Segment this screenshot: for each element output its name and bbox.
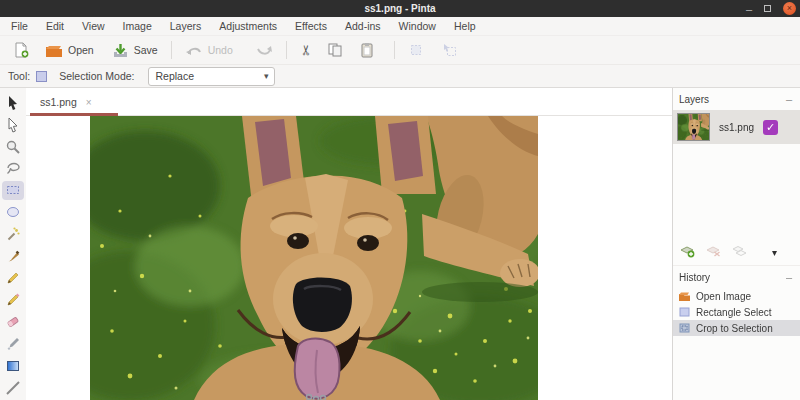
toolbar-separator bbox=[171, 41, 172, 59]
deselect-icon bbox=[442, 42, 458, 58]
add-layer-icon bbox=[680, 244, 695, 258]
redo-button[interactable] bbox=[250, 41, 278, 60]
delete-layer-button[interactable] bbox=[706, 244, 721, 262]
tool-color-picker[interactable] bbox=[2, 334, 24, 353]
selection-mode-dropdown[interactable]: Replace ▾ bbox=[148, 67, 275, 86]
layers-list-empty-space bbox=[673, 144, 800, 240]
layer-menu-button[interactable]: ▾ bbox=[772, 247, 777, 258]
magic-wand-icon bbox=[5, 226, 21, 242]
tool-recolor[interactable] bbox=[2, 312, 24, 331]
pencil-icon bbox=[5, 270, 21, 286]
tool-zoom[interactable] bbox=[2, 137, 24, 156]
active-tool-icon bbox=[36, 71, 47, 82]
layer-visibility-checkbox[interactable]: ✓ bbox=[763, 120, 778, 135]
tool-move-selection[interactable] bbox=[2, 115, 24, 134]
crop-to-selection-button[interactable] bbox=[403, 39, 429, 61]
layer-thumbnail-image bbox=[678, 114, 709, 140]
ellipse-select-icon bbox=[5, 204, 21, 220]
title-bar: ss1.png - Pinta – × bbox=[0, 0, 800, 17]
layers-panel-title: Layers bbox=[679, 94, 709, 105]
toolbar-separator bbox=[286, 41, 287, 59]
open-image-icon bbox=[679, 291, 690, 302]
duplicate-layer-button[interactable] bbox=[732, 244, 747, 262]
save-button[interactable]: Save bbox=[107, 40, 163, 61]
canvas-image[interactable] bbox=[90, 116, 538, 400]
document-tab-label: ss1.png bbox=[40, 96, 77, 108]
menu-bar: File Edit View Image Layers Adjustments … bbox=[0, 17, 800, 36]
menu-effects[interactable]: Effects bbox=[286, 17, 336, 35]
history-collapse-icon[interactable]: – bbox=[786, 271, 792, 283]
open-folder-icon bbox=[45, 43, 63, 58]
eraser-pencil-icon bbox=[5, 292, 21, 308]
new-image-icon bbox=[13, 42, 29, 58]
right-panel: Layers – ss1.png ✓ ▾ History – Open Imag… bbox=[672, 88, 800, 400]
menu-image[interactable]: Image bbox=[114, 17, 161, 35]
history-item-open-image[interactable]: Open Image bbox=[673, 288, 800, 304]
undo-button[interactable]: Undo bbox=[180, 41, 238, 60]
tool-paintbrush[interactable] bbox=[2, 246, 24, 265]
main-toolbar: Open Save Undo ✂ bbox=[0, 36, 800, 64]
paste-button[interactable] bbox=[354, 39, 380, 61]
tool-line-curve[interactable] bbox=[2, 378, 24, 397]
crop-history-icon bbox=[679, 323, 690, 334]
dog-photo bbox=[90, 116, 538, 400]
paste-icon bbox=[359, 42, 375, 58]
deselect-button[interactable] bbox=[437, 39, 463, 61]
layers-collapse-icon[interactable]: – bbox=[786, 93, 792, 105]
document-area: ss1.png × bbox=[26, 88, 672, 400]
add-layer-button[interactable] bbox=[680, 244, 695, 262]
undo-icon bbox=[185, 44, 203, 57]
document-tab-bar: ss1.png × bbox=[26, 88, 672, 116]
tool-move-selected[interactable] bbox=[2, 93, 24, 112]
gradient-icon bbox=[5, 358, 21, 374]
history-panel-title: History bbox=[679, 272, 710, 283]
rectangle-select-icon bbox=[5, 182, 21, 198]
canvas-area bbox=[26, 116, 672, 400]
menu-file[interactable]: File bbox=[2, 17, 37, 35]
cursor-icon bbox=[5, 95, 21, 111]
eyedropper-icon bbox=[5, 336, 21, 352]
tab-close-icon[interactable]: × bbox=[86, 97, 92, 108]
tool-pencil[interactable] bbox=[2, 268, 24, 287]
maximize-button[interactable] bbox=[764, 5, 771, 12]
copy-button[interactable] bbox=[322, 39, 348, 61]
duplicate-layer-icon bbox=[732, 244, 747, 258]
menu-help[interactable]: Help bbox=[445, 17, 485, 35]
selection-mode-label: Selection Mode: bbox=[59, 70, 134, 82]
menu-view[interactable]: View bbox=[73, 17, 114, 35]
toolbox bbox=[0, 88, 26, 400]
tool-rectangle-select[interactable] bbox=[2, 181, 24, 200]
history-item-crop-to-selection[interactable]: Crop to Selection bbox=[673, 320, 800, 336]
tool-gradient[interactable] bbox=[2, 356, 24, 375]
cut-button[interactable]: ✂ bbox=[295, 39, 317, 61]
new-image-button[interactable] bbox=[8, 39, 34, 61]
layer-thumbnail bbox=[677, 113, 710, 141]
minimize-button[interactable]: – bbox=[746, 6, 752, 12]
save-icon bbox=[112, 43, 129, 58]
close-button[interactable]: × bbox=[783, 2, 796, 15]
tool-ellipse-select[interactable] bbox=[2, 203, 24, 222]
tool-lasso-select[interactable] bbox=[2, 159, 24, 178]
magnifier-icon bbox=[5, 139, 21, 155]
menu-window[interactable]: Window bbox=[390, 17, 445, 35]
crop-icon bbox=[408, 42, 424, 58]
open-button[interactable]: Open bbox=[40, 40, 99, 61]
history-panel-header: History – bbox=[673, 266, 800, 288]
recolor-eraser-icon bbox=[5, 314, 21, 330]
cursor-outline-icon bbox=[5, 117, 21, 133]
window-title: ss1.png - Pinta bbox=[364, 3, 435, 14]
document-tab[interactable]: ss1.png × bbox=[30, 88, 102, 116]
tool-label: Tool: bbox=[8, 70, 30, 82]
menu-addins[interactable]: Add-ins bbox=[336, 17, 390, 35]
chevron-down-icon: ▾ bbox=[264, 71, 269, 81]
redo-icon bbox=[255, 44, 273, 57]
menu-adjustments[interactable]: Adjustments bbox=[210, 17, 286, 35]
history-item-rectangle-select[interactable]: Rectangle Select bbox=[673, 304, 800, 320]
menu-edit[interactable]: Edit bbox=[37, 17, 73, 35]
lasso-icon bbox=[5, 160, 21, 176]
layer-row[interactable]: ss1.png ✓ bbox=[673, 110, 800, 144]
menu-layers[interactable]: Layers bbox=[161, 17, 211, 35]
tool-eraser[interactable] bbox=[2, 290, 24, 309]
layer-buttons-bar: ▾ bbox=[673, 240, 800, 266]
tool-magic-wand[interactable] bbox=[2, 225, 24, 244]
